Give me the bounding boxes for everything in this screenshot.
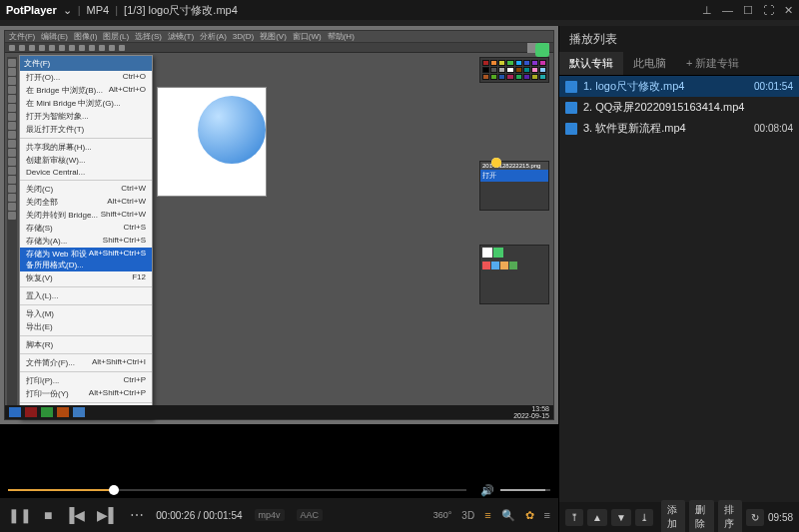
search-icon[interactable]: 🔍 (501, 509, 515, 522)
move-top-icon[interactable]: ⤒ (565, 509, 583, 526)
time-total: 00:01:54 (204, 510, 243, 521)
sort-button[interactable]: 排序 (718, 500, 742, 532)
playlist-panel: 播放列表 默认专辑 此电脑 + 新建专辑 1. logo尺寸修改.mp400:0… (558, 26, 799, 532)
tab-new[interactable]: + 新建专辑 (676, 52, 749, 75)
ps-canvas (157, 87, 267, 197)
file-icon (565, 102, 577, 114)
rotate-icon[interactable]: 360° (433, 510, 452, 520)
add-button[interactable]: 添加 (661, 500, 685, 532)
seek-track[interactable] (8, 489, 466, 491)
playlist-footer: ⤒ ▲ ▼ ⤓ 添加 删除 排序 ↻ 09:58 (559, 502, 799, 532)
letterbox (0, 424, 558, 482)
fullscreen-icon[interactable]: ⛶ (763, 4, 774, 17)
menu-icon[interactable]: ≡ (544, 509, 550, 521)
play-pause-button[interactable]: ❚❚ (8, 507, 32, 523)
move-bottom-icon[interactable]: ⤓ (635, 509, 653, 526)
playlist-item[interactable]: 3. 软件更新流程.mp400:08:04 (559, 118, 799, 139)
ps-menubar: 文件(F)编辑(E)图像(I)图层(L)选择(S)滤镜(T)分析(A)3D(D)… (5, 31, 553, 43)
time-current: 00:00:26 (156, 510, 195, 521)
app-name[interactable]: PotPlayer (6, 4, 57, 16)
controls-bar: ❚❚ ■ ▐◀ ▶▌ ⋯ 00:00:26 / 00:01:54 mp4v AA… (0, 498, 558, 532)
close-icon[interactable]: ✕ (784, 4, 793, 17)
seek-thumb-icon[interactable] (109, 485, 119, 495)
loop-icon[interactable]: ↻ (746, 509, 764, 526)
threeD-icon[interactable]: 3D (461, 510, 474, 521)
playlist-title: 播放列表 (559, 26, 799, 52)
playlist-item[interactable]: 2. QQ录屏20220915163414.mp4 (559, 97, 799, 118)
item-duration: 00:08:04 (754, 123, 793, 134)
volume-icon[interactable]: 🔊 (480, 484, 494, 497)
playlist-item[interactable]: 1. logo尺寸修改.mp400:01:54 (559, 76, 799, 97)
titlebar: PotPlayer ⌄ | MP4 | [1/3] logo尺寸修改.mp4 ⊥… (0, 0, 799, 20)
move-up-icon[interactable]: ▲ (587, 509, 607, 526)
maximize-icon[interactable]: ☐ (743, 4, 753, 17)
codec-video[interactable]: mp4v (255, 509, 285, 521)
ps-bottom-panel (479, 245, 549, 304)
seek-progress (8, 489, 114, 491)
seekbar[interactable]: 🔊 (0, 482, 558, 498)
format-badge: MP4 (87, 4, 110, 16)
move-down-icon[interactable]: ▼ (611, 509, 631, 526)
minimize-icon[interactable]: — (722, 4, 733, 17)
item-duration: 00:01:54 (754, 81, 793, 92)
windows-taskbar: 13:582022-09-15 (5, 405, 553, 419)
open-button[interactable]: ⋯ (130, 507, 144, 523)
ps-optionsbar (5, 43, 553, 53)
clock-text: 09:58 (768, 512, 793, 523)
item-name: 2. QQ录屏20220915163414.mp4 (583, 100, 787, 115)
tab-default[interactable]: 默认专辑 (559, 52, 623, 75)
stop-button[interactable]: ■ (44, 507, 52, 523)
item-name: 1. logo尺寸修改.mp4 (583, 79, 748, 94)
playlist-tabs: 默认专辑 此电脑 + 新建专辑 (559, 52, 799, 76)
delete-button[interactable]: 删除 (689, 500, 713, 532)
video-area: 文件(F)编辑(E)图像(I)图层(L)选择(S)滤镜(T)分析(A)3D(D)… (0, 26, 558, 532)
file-icon (565, 81, 577, 93)
pin-icon[interactable]: ⊥ (702, 4, 712, 17)
video-content[interactable]: 文件(F)编辑(E)图像(I)图层(L)选择(S)滤镜(T)分析(A)3D(D)… (0, 26, 558, 424)
ps-swatches-panel (479, 57, 549, 83)
prev-button[interactable]: ▐◀ (64, 507, 85, 523)
eq-icon[interactable]: ≡ (484, 509, 490, 521)
next-button[interactable]: ▶▌ (97, 507, 118, 523)
file-icon (565, 123, 577, 135)
volume-track[interactable] (500, 489, 550, 491)
ps-file-menu: 文件(F)打开(O)...Ctrl+O在 Bridge 中浏览(B)...Alt… (19, 55, 153, 419)
item-name: 3. 软件更新流程.mp4 (583, 121, 748, 136)
ps-layers-panel: 20141128222215.png 打开 (479, 161, 549, 211)
video-frame-photoshop: 文件(F)编辑(E)图像(I)图层(L)选择(S)滤镜(T)分析(A)3D(D)… (4, 30, 554, 420)
playlist-items: 1. logo尺寸修改.mp400:01:542. QQ录屏2022091516… (559, 76, 799, 502)
codec-audio[interactable]: AAC (297, 509, 324, 521)
file-title: [1/3] logo尺寸修改.mp4 (124, 3, 238, 18)
dropdown-icon[interactable]: ⌄ (63, 4, 72, 17)
ps-toolbox (7, 57, 17, 405)
green-logo-icon (535, 43, 549, 57)
settings-icon[interactable]: ✿ (525, 509, 534, 522)
tab-computer[interactable]: 此电脑 (623, 52, 676, 75)
